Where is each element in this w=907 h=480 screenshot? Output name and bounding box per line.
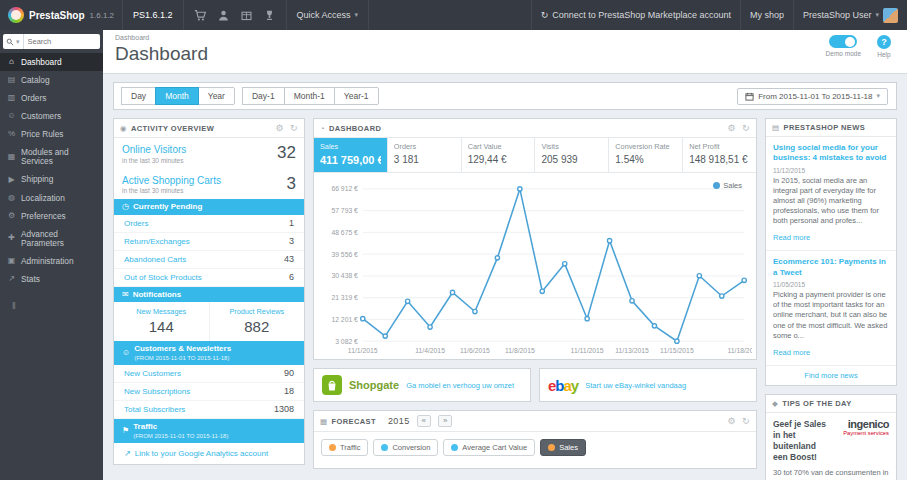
google-analytics-link[interactable]: ↗ Link to your Google Analytics account bbox=[114, 443, 304, 464]
sidebar-item[interactable]: ☺ Customers bbox=[0, 107, 103, 125]
svg-text:48 675 €: 48 675 € bbox=[331, 229, 358, 236]
sidebar-item[interactable]: ▣ Administration bbox=[0, 253, 103, 271]
brand[interactable]: PrestaShop 1.6.1.2 bbox=[0, 0, 122, 30]
row-link[interactable]: Abandoned Carts bbox=[124, 255, 186, 264]
traffic-section-header: ⚑ Traffic (FROM 2015-11-01 TO 2015-11-18… bbox=[114, 419, 304, 443]
read-more-link[interactable]: Read more bbox=[773, 233, 810, 242]
year-selector[interactable]: 2015 bbox=[388, 416, 410, 426]
sidebar-item[interactable]: ✚ Advanced Parameters bbox=[0, 225, 103, 252]
panel-header: ▤ PRESTASHOP NEWS bbox=[766, 119, 896, 137]
dashboard-panel: ◔ DASHBOARD ⚙ ↻ Sales 411 759,00 € bbox=[313, 118, 757, 360]
marketplace-sync-icon: ↻ bbox=[541, 10, 549, 20]
date-range-picker[interactable]: From 2015-11-01 To 2015-11-18 ▾ bbox=[737, 88, 888, 105]
right-column: ▤ PRESTASHOP NEWS Using social media for… bbox=[765, 118, 897, 480]
period-button[interactable]: Year-1 bbox=[334, 87, 379, 105]
next-year-button[interactable]: » bbox=[438, 415, 452, 427]
row-link[interactable]: Return/Exchanges bbox=[124, 237, 190, 246]
forecast-legend-chip[interactable]: Sales bbox=[540, 439, 586, 456]
breadcrumb[interactable]: Dashboard bbox=[115, 34, 895, 41]
row-link[interactable]: Out of Stock Products bbox=[124, 273, 202, 282]
row-link[interactable]: Total Subscribers bbox=[124, 405, 185, 414]
sidebar-item[interactable]: ⚙ Preferences bbox=[0, 207, 103, 225]
kpi-tab[interactable]: Cart Value 129,44 € bbox=[462, 138, 536, 172]
search-input[interactable] bbox=[24, 37, 100, 46]
notifications-section-header: ✉ Notifications bbox=[114, 287, 304, 303]
gear-icon[interactable]: ⚙ bbox=[276, 123, 284, 133]
notification-metric[interactable]: Product Reviews 882 bbox=[209, 302, 305, 341]
refresh-icon[interactable]: ↻ bbox=[742, 123, 750, 133]
shopgate-logo-icon bbox=[322, 375, 342, 395]
my-shop-link[interactable]: My shop bbox=[740, 0, 793, 30]
kpi-tab[interactable]: Conversion Rate 1.54% bbox=[609, 138, 683, 172]
award-icon[interactable] bbox=[263, 9, 276, 22]
quick-access-label: Quick Access bbox=[297, 10, 351, 20]
package-icon[interactable] bbox=[240, 9, 253, 22]
section-subtitle: (FROM 2015-11-01 TO 2015-11-18) bbox=[133, 433, 228, 440]
sidebar-item[interactable]: ▶ Shipping bbox=[0, 171, 103, 189]
help-control[interactable]: ? Help bbox=[877, 35, 891, 58]
customers-row: Total Subscribers 1308 bbox=[114, 401, 304, 419]
refresh-icon[interactable]: ↻ bbox=[742, 416, 750, 426]
forecast-legend-chip[interactable]: Conversion bbox=[373, 439, 438, 456]
sidebar-item[interactable]: ▦ Modules and Services bbox=[0, 144, 103, 171]
sidebar-item[interactable]: % Price Rules bbox=[0, 126, 103, 144]
find-more-news-link[interactable]: Find more news bbox=[766, 366, 896, 385]
row-link[interactable]: New Customers bbox=[124, 369, 181, 378]
shop-name[interactable]: PS1.6.1.2 bbox=[122, 0, 183, 30]
kpi-tab[interactable]: Sales 411 759,00 € bbox=[314, 138, 388, 172]
forecast-legend-chip[interactable]: Average Cart Value bbox=[443, 439, 535, 456]
ebay-link[interactable]: Start uw eBay-winkel vandaag bbox=[585, 381, 686, 390]
row-value: 43 bbox=[284, 254, 294, 264]
sidebar-item[interactable]: ↗ Stats bbox=[0, 271, 103, 289]
gear-icon[interactable]: ⚙ bbox=[728, 123, 736, 133]
metric-link[interactable]: Active Shopping Carts bbox=[122, 175, 221, 187]
panel-title: PRESTASHOP NEWS bbox=[784, 123, 866, 132]
period-button[interactable]: Day bbox=[121, 87, 156, 105]
forecast-legend-chip[interactable]: Traffic bbox=[321, 439, 368, 456]
notification-metric[interactable]: New Messages 144 bbox=[114, 302, 209, 341]
sidebar-item[interactable]: ▤ Catalog bbox=[0, 71, 103, 89]
period-button[interactable]: Day-1 bbox=[242, 87, 285, 105]
cart-icon[interactable] bbox=[194, 9, 207, 22]
prev-year-button[interactable]: « bbox=[417, 415, 431, 427]
demo-mode-control[interactable]: Demo mode bbox=[826, 35, 861, 58]
metric-link[interactable]: Online Visitors bbox=[122, 144, 186, 156]
svg-text:11/13/2015: 11/13/2015 bbox=[615, 347, 649, 354]
tip-icon: ◆ bbox=[772, 399, 778, 408]
kpi-tab[interactable]: Net Profit 148 918,51 € bbox=[683, 138, 756, 172]
notification-label: Product Reviews bbox=[212, 307, 303, 316]
period-button[interactable]: Month bbox=[155, 87, 199, 105]
quick-access-button[interactable]: Quick Access ▾ bbox=[286, 0, 370, 30]
demo-mode-toggle[interactable] bbox=[829, 35, 857, 48]
kpi-tab[interactable]: Visits 205 939 bbox=[535, 138, 609, 172]
period-button[interactable]: Month-1 bbox=[284, 87, 335, 105]
sidebar-collapse-icon[interactable]: ‖ bbox=[0, 289, 103, 323]
shopgate-link[interactable]: Ga mobiel en verhoog uw omzet bbox=[406, 381, 514, 390]
sidebar-item[interactable]: ⌂ Dashboard bbox=[0, 53, 103, 71]
article-title-link[interactable]: Using social media for your business: 4 … bbox=[773, 143, 889, 164]
article-title-link[interactable]: Ecommerce 101: Payments in a Tweet bbox=[773, 257, 889, 278]
customers-icon[interactable] bbox=[217, 9, 230, 22]
row-link[interactable]: New Subscriptions bbox=[124, 387, 190, 396]
panel-actions: ⚙ ↻ bbox=[728, 123, 750, 133]
external-link-icon: ↗ bbox=[124, 449, 131, 458]
section-title: Traffic bbox=[133, 422, 228, 432]
search-type-dropdown[interactable]: ▾ bbox=[3, 34, 24, 49]
marketplace-link[interactable]: ↻ Connect to PrestaShop Marketplace acco… bbox=[531, 0, 740, 30]
user-menu[interactable]: PrestaShop User ▾ bbox=[793, 0, 907, 30]
sidebar-item[interactable]: ◍ Localization bbox=[0, 189, 103, 207]
row-link[interactable]: Orders bbox=[124, 219, 148, 228]
gear-icon[interactable]: ⚙ bbox=[728, 416, 736, 426]
refresh-icon[interactable]: ↻ bbox=[290, 123, 298, 133]
kpi-tab[interactable]: Orders 3 181 bbox=[388, 138, 462, 172]
clock-icon: ◷ bbox=[122, 202, 129, 212]
panel-header: ◉ ACTIVITY OVERVIEW ⚙ ↻ bbox=[114, 119, 304, 138]
activity-metrics: Online Visitors in the last 30 minutes 3… bbox=[114, 138, 304, 199]
help-icon[interactable]: ? bbox=[877, 35, 891, 49]
read-more-link[interactable]: Read more bbox=[773, 348, 810, 357]
previous-period-buttons-group: Day-1Month-1Year-1 bbox=[243, 87, 379, 105]
chart-legend[interactable]: Sales bbox=[713, 181, 742, 190]
kpi-value: 1.54% bbox=[615, 154, 676, 165]
sidebar-item[interactable]: ▥ Orders bbox=[0, 89, 103, 107]
period-button[interactable]: Year bbox=[198, 87, 235, 105]
